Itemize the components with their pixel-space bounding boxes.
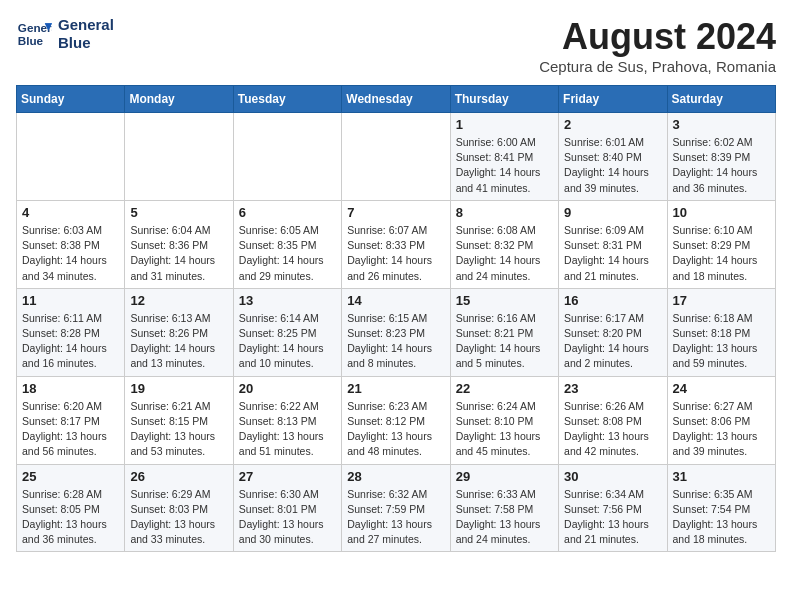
day-cell: 13Sunrise: 6:14 AMSunset: 8:25 PMDayligh…	[233, 288, 341, 376]
day-info: Sunrise: 6:15 AMSunset: 8:23 PMDaylight:…	[347, 311, 444, 372]
day-info: Sunrise: 6:33 AMSunset: 7:58 PMDaylight:…	[456, 487, 553, 548]
day-cell: 18Sunrise: 6:20 AMSunset: 8:17 PMDayligh…	[17, 376, 125, 464]
day-info: Sunrise: 6:10 AMSunset: 8:29 PMDaylight:…	[673, 223, 770, 284]
day-number: 28	[347, 469, 444, 484]
week-row-5: 25Sunrise: 6:28 AMSunset: 8:05 PMDayligh…	[17, 464, 776, 552]
day-number: 16	[564, 293, 661, 308]
day-number: 1	[456, 117, 553, 132]
day-info: Sunrise: 6:26 AMSunset: 8:08 PMDaylight:…	[564, 399, 661, 460]
day-cell: 2Sunrise: 6:01 AMSunset: 8:40 PMDaylight…	[559, 113, 667, 201]
day-number: 31	[673, 469, 770, 484]
day-info: Sunrise: 6:21 AMSunset: 8:15 PMDaylight:…	[130, 399, 227, 460]
day-info: Sunrise: 6:05 AMSunset: 8:35 PMDaylight:…	[239, 223, 336, 284]
day-cell: 15Sunrise: 6:16 AMSunset: 8:21 PMDayligh…	[450, 288, 558, 376]
day-number: 26	[130, 469, 227, 484]
day-info: Sunrise: 6:24 AMSunset: 8:10 PMDaylight:…	[456, 399, 553, 460]
day-number: 9	[564, 205, 661, 220]
day-cell: 3Sunrise: 6:02 AMSunset: 8:39 PMDaylight…	[667, 113, 775, 201]
day-cell: 27Sunrise: 6:30 AMSunset: 8:01 PMDayligh…	[233, 464, 341, 552]
day-info: Sunrise: 6:02 AMSunset: 8:39 PMDaylight:…	[673, 135, 770, 196]
day-info: Sunrise: 6:08 AMSunset: 8:32 PMDaylight:…	[456, 223, 553, 284]
day-cell: 17Sunrise: 6:18 AMSunset: 8:18 PMDayligh…	[667, 288, 775, 376]
day-cell: 11Sunrise: 6:11 AMSunset: 8:28 PMDayligh…	[17, 288, 125, 376]
day-info: Sunrise: 6:22 AMSunset: 8:13 PMDaylight:…	[239, 399, 336, 460]
day-info: Sunrise: 6:07 AMSunset: 8:33 PMDaylight:…	[347, 223, 444, 284]
day-cell: 7Sunrise: 6:07 AMSunset: 8:33 PMDaylight…	[342, 200, 450, 288]
calendar-header: SundayMondayTuesdayWednesdayThursdayFrid…	[17, 86, 776, 113]
svg-text:Blue: Blue	[18, 34, 44, 47]
day-info: Sunrise: 6:14 AMSunset: 8:25 PMDaylight:…	[239, 311, 336, 372]
day-cell: 30Sunrise: 6:34 AMSunset: 7:56 PMDayligh…	[559, 464, 667, 552]
week-row-1: 1Sunrise: 6:00 AMSunset: 8:41 PMDaylight…	[17, 113, 776, 201]
weekday-row: SundayMondayTuesdayWednesdayThursdayFrid…	[17, 86, 776, 113]
day-cell: 31Sunrise: 6:35 AMSunset: 7:54 PMDayligh…	[667, 464, 775, 552]
week-row-2: 4Sunrise: 6:03 AMSunset: 8:38 PMDaylight…	[17, 200, 776, 288]
day-number: 2	[564, 117, 661, 132]
weekday-header-wednesday: Wednesday	[342, 86, 450, 113]
day-cell: 5Sunrise: 6:04 AMSunset: 8:36 PMDaylight…	[125, 200, 233, 288]
day-info: Sunrise: 6:00 AMSunset: 8:41 PMDaylight:…	[456, 135, 553, 196]
day-info: Sunrise: 6:32 AMSunset: 7:59 PMDaylight:…	[347, 487, 444, 548]
day-info: Sunrise: 6:23 AMSunset: 8:12 PMDaylight:…	[347, 399, 444, 460]
weekday-header-thursday: Thursday	[450, 86, 558, 113]
day-cell: 1Sunrise: 6:00 AMSunset: 8:41 PMDaylight…	[450, 113, 558, 201]
week-row-4: 18Sunrise: 6:20 AMSunset: 8:17 PMDayligh…	[17, 376, 776, 464]
day-info: Sunrise: 6:09 AMSunset: 8:31 PMDaylight:…	[564, 223, 661, 284]
day-info: Sunrise: 6:27 AMSunset: 8:06 PMDaylight:…	[673, 399, 770, 460]
day-info: Sunrise: 6:35 AMSunset: 7:54 PMDaylight:…	[673, 487, 770, 548]
day-number: 15	[456, 293, 553, 308]
day-cell: 19Sunrise: 6:21 AMSunset: 8:15 PMDayligh…	[125, 376, 233, 464]
svg-text:General: General	[18, 21, 52, 34]
day-number: 29	[456, 469, 553, 484]
day-cell: 6Sunrise: 6:05 AMSunset: 8:35 PMDaylight…	[233, 200, 341, 288]
day-number: 24	[673, 381, 770, 396]
day-number: 5	[130, 205, 227, 220]
weekday-header-tuesday: Tuesday	[233, 86, 341, 113]
day-info: Sunrise: 6:17 AMSunset: 8:20 PMDaylight:…	[564, 311, 661, 372]
day-cell: 9Sunrise: 6:09 AMSunset: 8:31 PMDaylight…	[559, 200, 667, 288]
day-number: 19	[130, 381, 227, 396]
day-number: 11	[22, 293, 119, 308]
weekday-header-friday: Friday	[559, 86, 667, 113]
day-number: 6	[239, 205, 336, 220]
day-cell: 28Sunrise: 6:32 AMSunset: 7:59 PMDayligh…	[342, 464, 450, 552]
weekday-header-sunday: Sunday	[17, 86, 125, 113]
day-number: 14	[347, 293, 444, 308]
day-number: 20	[239, 381, 336, 396]
day-cell: 23Sunrise: 6:26 AMSunset: 8:08 PMDayligh…	[559, 376, 667, 464]
day-cell: 10Sunrise: 6:10 AMSunset: 8:29 PMDayligh…	[667, 200, 775, 288]
day-info: Sunrise: 6:29 AMSunset: 8:03 PMDaylight:…	[130, 487, 227, 548]
month-title: August 2024	[539, 16, 776, 58]
location: Ceptura de Sus, Prahova, Romania	[539, 58, 776, 75]
day-number: 8	[456, 205, 553, 220]
logo-text-general: General	[58, 16, 114, 34]
day-cell: 20Sunrise: 6:22 AMSunset: 8:13 PMDayligh…	[233, 376, 341, 464]
day-info: Sunrise: 6:28 AMSunset: 8:05 PMDaylight:…	[22, 487, 119, 548]
title-block: August 2024 Ceptura de Sus, Prahova, Rom…	[539, 16, 776, 75]
logo-text-blue: Blue	[58, 34, 114, 52]
day-cell: 14Sunrise: 6:15 AMSunset: 8:23 PMDayligh…	[342, 288, 450, 376]
day-cell: 16Sunrise: 6:17 AMSunset: 8:20 PMDayligh…	[559, 288, 667, 376]
day-cell: 8Sunrise: 6:08 AMSunset: 8:32 PMDaylight…	[450, 200, 558, 288]
day-cell: 26Sunrise: 6:29 AMSunset: 8:03 PMDayligh…	[125, 464, 233, 552]
day-info: Sunrise: 6:13 AMSunset: 8:26 PMDaylight:…	[130, 311, 227, 372]
day-cell: 25Sunrise: 6:28 AMSunset: 8:05 PMDayligh…	[17, 464, 125, 552]
logo: General Blue General Blue	[16, 16, 114, 52]
weekday-header-saturday: Saturday	[667, 86, 775, 113]
day-number: 3	[673, 117, 770, 132]
day-cell: 29Sunrise: 6:33 AMSunset: 7:58 PMDayligh…	[450, 464, 558, 552]
day-info: Sunrise: 6:18 AMSunset: 8:18 PMDaylight:…	[673, 311, 770, 372]
day-cell: 12Sunrise: 6:13 AMSunset: 8:26 PMDayligh…	[125, 288, 233, 376]
day-info: Sunrise: 6:16 AMSunset: 8:21 PMDaylight:…	[456, 311, 553, 372]
day-number: 4	[22, 205, 119, 220]
day-number: 10	[673, 205, 770, 220]
day-info: Sunrise: 6:30 AMSunset: 8:01 PMDaylight:…	[239, 487, 336, 548]
day-cell: 4Sunrise: 6:03 AMSunset: 8:38 PMDaylight…	[17, 200, 125, 288]
day-number: 23	[564, 381, 661, 396]
day-info: Sunrise: 6:01 AMSunset: 8:40 PMDaylight:…	[564, 135, 661, 196]
day-number: 7	[347, 205, 444, 220]
day-cell	[233, 113, 341, 201]
day-number: 30	[564, 469, 661, 484]
day-info: Sunrise: 6:34 AMSunset: 7:56 PMDaylight:…	[564, 487, 661, 548]
day-number: 25	[22, 469, 119, 484]
